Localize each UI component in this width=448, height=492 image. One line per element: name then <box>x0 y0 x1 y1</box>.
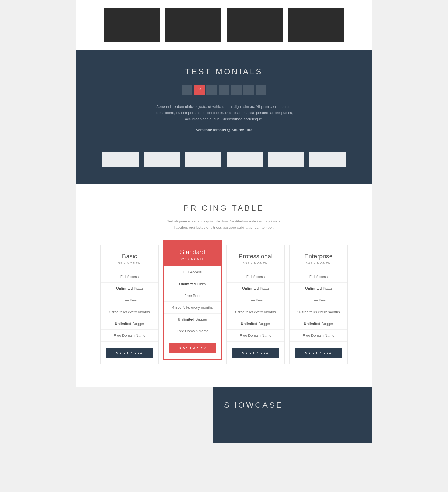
pricing-card-enterprise: Enterprise $69 / MONTH Full Access Unlim… <box>289 245 348 364</box>
top-image-strip <box>76 0 372 50</box>
quote-nav-item-4[interactable] <box>219 85 229 95</box>
showcase-left <box>76 387 213 443</box>
quote-nav-item-6[interactable] <box>243 85 254 95</box>
feature-enterprise-3: Free Beer <box>290 294 347 306</box>
card-footer-standard: SIGN UP NOW <box>164 337 221 359</box>
card-price-professional: $39 / MONTH <box>232 262 279 265</box>
card-features-professional: Full Access Unlimited Pizza Free Beer 8 … <box>227 271 284 342</box>
feature-basic-3: Free Beer <box>101 294 158 306</box>
signup-button-professional[interactable]: SIGN UP NOW <box>232 348 279 358</box>
logo-2 <box>144 152 180 167</box>
card-title-professional: Professional <box>232 253 279 260</box>
top-image-2 <box>165 8 221 42</box>
card-features-basic: Full Access Unlimited Pizza Free Beer 2 … <box>101 271 158 342</box>
showcase-section: SHOWCASE <box>76 387 372 443</box>
feature-professional-6: Free Domain Name <box>227 330 284 342</box>
quote-nav-item-3[interactable] <box>206 85 217 95</box>
card-price-standard: $29 / MONTH <box>169 257 216 261</box>
feature-basic-6: Free Domain Name <box>101 330 158 342</box>
top-image-1 <box>104 8 160 42</box>
feature-enterprise-5: Unlimited Bugger <box>290 318 347 330</box>
pricing-card-professional: Professional $39 / MONTH Full Access Unl… <box>226 245 285 364</box>
feature-professional-3: Free Beer <box>227 294 284 306</box>
card-price-enterprise: $69 / MONTH <box>295 262 342 265</box>
quote-nav: “” <box>87 85 361 95</box>
feature-standard-5: Unlimited Bugger <box>164 314 221 325</box>
feature-professional-5: Unlimited Bugger <box>227 318 284 330</box>
pricing-cards: Basic $9 / MONTH Full Access Unlimited P… <box>98 245 350 364</box>
signup-button-enterprise[interactable]: SIGN UP NOW <box>295 348 342 358</box>
card-features-enterprise: Full Access Unlimited Pizza Free Beer 16… <box>290 271 347 342</box>
pricing-title: PRICING TABLE <box>87 204 361 213</box>
feature-professional-2: Unlimited Pizza <box>227 283 284 294</box>
logo-strip <box>87 152 361 167</box>
top-image-3 <box>227 8 283 42</box>
card-price-basic: $9 / MONTH <box>106 262 153 265</box>
logo-6 <box>309 152 346 167</box>
card-footer-basic: SIGN UP NOW <box>101 342 158 364</box>
logo-1 <box>102 152 139 167</box>
feature-standard-4: 4 free folks every months <box>164 302 221 314</box>
card-header-standard: Standard $29 / MONTH <box>164 241 221 266</box>
card-title-standard: Standard <box>169 249 216 256</box>
signup-button-basic[interactable]: SIGN UP NOW <box>106 348 153 358</box>
testimonials-title: TESTIMONIALS <box>87 67 361 76</box>
feature-enterprise-1: Full Access <box>290 271 347 283</box>
signup-button-standard[interactable]: SIGN UP NOW <box>169 343 216 353</box>
pricing-subtitle: Sed aliquam vitae lacus quis interdum. V… <box>165 218 283 231</box>
card-features-standard: Full Access Unlimited Pizza Free Beer 4 … <box>164 266 221 337</box>
card-title-enterprise: Enterprise <box>295 253 342 260</box>
card-header-professional: Professional $39 / MONTH <box>227 245 284 271</box>
logo-4 <box>227 152 263 167</box>
testimonial-text: Aenean interdum ultricies justo, ut vehi… <box>154 104 294 122</box>
pricing-card-basic: Basic $9 / MONTH Full Access Unlimited P… <box>100 245 159 364</box>
feature-standard-2: Unlimited Pizza <box>164 278 221 290</box>
card-header-basic: Basic $9 / MONTH <box>101 245 158 271</box>
testimonials-section: TESTIMONIALS “” Aenean interdum ultricie… <box>76 50 372 184</box>
showcase-title: SHOWCASE <box>224 401 283 410</box>
quote-nav-item-7[interactable] <box>256 85 266 95</box>
quote-nav-item-2[interactable]: “” <box>194 85 205 95</box>
testimonial-author: Someone famous @ Source Title <box>87 128 361 132</box>
feature-enterprise-6: Free Domain Name <box>290 330 347 342</box>
showcase-right: SHOWCASE <box>213 387 372 443</box>
feature-basic-4: 2 free folks every months <box>101 306 158 318</box>
quote-nav-item-5[interactable] <box>231 85 242 95</box>
card-footer-professional: SIGN UP NOW <box>227 342 284 364</box>
feature-professional-1: Full Access <box>227 271 284 283</box>
feature-professional-4: 8 free folks every months <box>227 306 284 318</box>
top-image-4 <box>288 8 344 42</box>
feature-standard-6: Free Domain Name <box>164 325 221 337</box>
feature-standard-3: Free Beer <box>164 290 221 302</box>
feature-basic-5: Unlimited Bugger <box>101 318 158 330</box>
feature-basic-2: Unlimited Pizza <box>101 283 158 294</box>
feature-basic-1: Full Access <box>101 271 158 283</box>
quote-nav-item-1[interactable] <box>182 85 192 95</box>
feature-standard-1: Full Access <box>164 266 221 278</box>
feature-enterprise-4: 16 free folks every months <box>290 306 347 318</box>
logo-3 <box>185 152 221 167</box>
card-footer-enterprise: SIGN UP NOW <box>290 342 347 364</box>
pricing-card-standard: Standard $29 / MONTH Full Access Unlimit… <box>163 240 222 360</box>
logo-5 <box>268 152 304 167</box>
card-header-enterprise: Enterprise $69 / MONTH <box>290 245 347 271</box>
divider <box>114 143 334 143</box>
pricing-section: PRICING TABLE Sed aliquam vitae lacus qu… <box>76 184 372 387</box>
feature-enterprise-2: Unlimited Pizza <box>290 283 347 294</box>
card-title-basic: Basic <box>106 253 153 260</box>
